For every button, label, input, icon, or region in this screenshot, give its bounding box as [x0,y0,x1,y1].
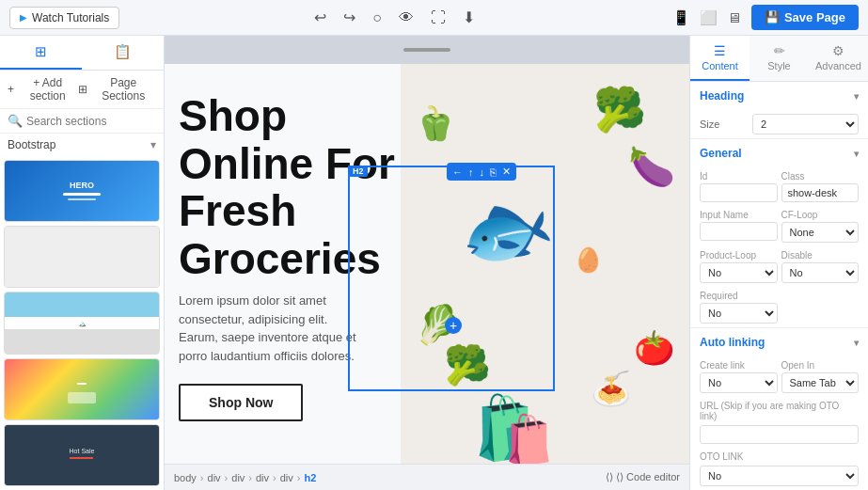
breadcrumb-div2[interactable]: div [231,472,245,483]
id-input[interactable] [700,183,778,202]
element-badge: H2 [349,166,368,177]
desktop-icon[interactable]: 🖥 [724,7,744,28]
right-tab-advanced[interactable]: ⚙ Advanced [809,36,868,81]
breadcrumb-body[interactable]: body [174,472,197,483]
preview-button[interactable]: 👁 [394,7,418,29]
redo-button[interactable]: ↪ [339,6,360,29]
right-tab-style[interactable]: ✏ Style [750,36,809,81]
oto-link-select[interactable]: No Yes [700,466,859,486]
url-input[interactable] [700,425,859,444]
style-tab-icon: ✏ [774,43,785,58]
input-name-cf-loop-row: Input Name CF-Loop None [690,206,868,246]
template-item[interactable]: HERO [4,160,160,222]
bootstrap-header: Bootstrap ▾ [0,134,164,156]
toolbar-up-btn[interactable]: ↑ [466,165,476,179]
pasta-icon: 🍝 [591,370,632,408]
code-icon: ⟨⟩ [606,471,613,483]
breadcrumb-div4[interactable]: div [280,472,293,483]
grocery-items: 🐟 🥦 🍅 🍆 🫑 🥬 🍝 🛍️ 🥚 🥦 [401,64,689,464]
id-field-group: Id [700,171,778,202]
right-tab-content[interactable]: ☰ Content [690,36,750,81]
input-name-input[interactable] [700,222,778,241]
product-loop-group: Product-Loop No Yes [700,250,778,283]
hero-section: 🐟 🥦 🍅 🍆 🫑 🥬 🍝 🛍️ 🥚 🥦 [165,64,689,464]
general-section-header[interactable]: General ▾ [690,139,868,167]
expand-button[interactable]: ⛶ [426,7,450,29]
breadcrumb-div3[interactable]: div [256,472,269,483]
bootstrap-toggle[interactable]: ▾ [150,138,156,151]
code-editor-button[interactable]: ⟨⟩ ⟨⟩ Code editor [606,471,680,483]
plus-icon: + [8,83,14,96]
sidebar-tab-pages[interactable]: 📋 [82,36,164,70]
top-bar-left: ▶ Watch Tutorials [9,7,119,29]
element-toolbar: ← ↑ ↓ ⎘ ✕ [447,163,516,181]
search-icon: 🔍 [8,114,23,128]
disable-select[interactable]: No Yes [781,262,860,283]
class-field-group: Class [781,171,860,202]
oto-link-label: OTO LINK [700,451,859,462]
product-loop-select[interactable]: No Yes [700,262,778,283]
template-item[interactable]: 🏔️ [4,292,160,354]
heading-section-header[interactable]: Heading ▾ [690,82,868,110]
required-group: Required No Yes [700,291,778,324]
eggplant-icon: 🍆 [628,145,675,189]
breadcrumb-h2[interactable]: h2 [304,472,316,483]
broccoli-icon: 🥦 [593,85,646,134]
toolbar-delete-btn[interactable]: ✕ [500,165,513,179]
open-in-select[interactable]: Same Tab New Tab [781,372,860,393]
top-bar-right: 📱 ⬜ 🖥 💾 Save Page [670,5,859,30]
toolbar-down-btn[interactable]: ↓ [478,165,487,179]
toolbar-copy-btn[interactable]: ⎘ [488,165,498,179]
class-input[interactable] [781,183,860,202]
heading-size-row: Size 2 1 3 4 [690,110,868,138]
shape-button[interactable]: ○ [368,7,387,29]
product-loop-label: Product-Loop [700,250,778,261]
open-in-label: Open In [781,360,860,371]
mobile-icon[interactable]: 📱 [670,7,693,29]
sidebar-tab-sections[interactable]: ⊞ [0,36,82,70]
template-item[interactable]: Hot Sale [4,424,160,486]
top-bar: ▶ Watch Tutorials ↩ ↪ ○ 👁 ⛶ ⬇ 📱 ⬜ 🖥 💾 Sa… [0,0,868,36]
auto-linking-chevron: ▾ [854,338,859,348]
breadcrumb-div1[interactable]: div [208,472,221,483]
template-item[interactable] [4,358,160,420]
shop-now-button[interactable]: Shop Now [179,384,303,421]
canvas-top-bar [165,36,689,64]
id-class-row: Id Class [690,167,868,206]
add-element-circle[interactable]: + [445,317,462,334]
bag-icon: 🛍️ [473,391,555,464]
size-select[interactable]: 2 1 3 4 [752,114,859,134]
auto-linking-header[interactable]: Auto linking ▾ [690,328,868,356]
save-icon: 💾 [765,10,780,24]
right-panel-tabs: ☰ Content ✏ Style ⚙ Advanced [690,36,868,82]
search-input[interactable] [26,115,167,128]
required-select[interactable]: No Yes [700,303,778,324]
sidebar-tabs: ⊞ 📋 [0,36,164,71]
undo-button[interactable]: ↩ [309,6,331,29]
toolbar-move-left[interactable]: ← [450,165,465,179]
cabbage-icon: 🥦 [444,343,491,387]
hero-body-text[interactable]: Lorem ipsum dolor sit amet consectetur, … [179,292,367,365]
create-link-select[interactable]: No Yes [700,372,778,393]
template-preview-2 [5,227,159,287]
main-layout: ⊞ 📋 + + Add section ⊞ Page Sections 🔍 ✕ … [0,36,868,490]
page-sections-button[interactable]: ⊞ Page Sections [78,76,156,103]
device-icons: 📱 ⬜ 🖥 [670,7,744,29]
hero-heading[interactable]: Shop Online For Fresh Groceries [179,92,408,282]
id-label: Id [700,171,778,182]
advanced-tab-icon: ⚙ [832,43,844,58]
hero-content: Shop Online For Fresh Groceries Lorem ip… [165,64,427,464]
add-section-button[interactable]: + + Add section [8,76,78,103]
template-item[interactable] [4,226,160,288]
template-preview-5: Hot Sale [5,425,159,485]
search-bar: 🔍 ✕ + [0,109,164,134]
cf-loop-select[interactable]: None [781,222,860,243]
canvas-breadcrumb: body › div › div › div › div › h2 ⟨⟩ ⟨⟩ … [165,464,689,490]
save-page-button[interactable]: 💾 Save Page [751,5,859,30]
required-row: Required No Yes [690,287,868,327]
canvas-wrapper: 🐟 🥦 🍅 🍆 🫑 🥬 🍝 🛍️ 🥚 🥦 [165,64,689,464]
watch-tutorials-button[interactable]: ▶ Watch Tutorials [9,7,119,29]
download-button[interactable]: ⬇ [458,6,480,29]
salmon-icon: 🐟 [449,175,562,285]
tablet-icon[interactable]: ⬜ [697,7,720,29]
